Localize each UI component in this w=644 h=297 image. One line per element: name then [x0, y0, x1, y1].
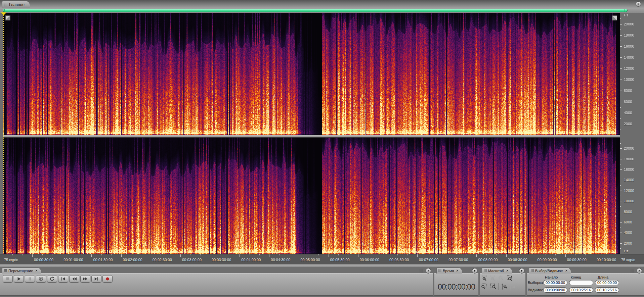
waveform-display[interactable]: [3, 13, 620, 254]
timeline-tick: [447, 254, 447, 257]
frequency-ruler[interactable]: Hz20004000600080001000012000140001600018…: [620, 13, 644, 254]
timeline-tick: [536, 254, 536, 257]
timeline-label: 00:04:30:00: [271, 258, 290, 262]
transport-record-button[interactable]: [102, 275, 113, 283]
timeline-label: 00:09:30:00: [567, 258, 587, 262]
timeline-tick: [180, 254, 181, 257]
panel-menu-button[interactable]: [637, 268, 642, 274]
selection-start-field[interactable]: [543, 280, 567, 285]
transport-fast-forward-button[interactable]: [80, 275, 90, 283]
panel-grip-icon: [531, 269, 534, 272]
scale-handle-icon[interactable]: [5, 15, 10, 20]
frequency-tick: [620, 143, 621, 144]
column-header-length: Длина: [598, 275, 608, 279]
stop-icon: [5, 277, 10, 281]
transport-go-to-end-button[interactable]: [91, 275, 101, 283]
visible-length-field[interactable]: [595, 287, 619, 293]
zoom-selection-right-button[interactable]: [489, 283, 497, 290]
close-icon[interactable]: ×: [506, 269, 508, 273]
close-icon[interactable]: ×: [456, 269, 458, 273]
navigator-bar[interactable]: [3, 9, 628, 12]
frequency-tick: [620, 18, 621, 19]
transport-loop-button[interactable]: [47, 275, 57, 283]
panel-grip-icon: [4, 3, 7, 6]
zoom-in-vertical-button[interactable]: [501, 283, 508, 290]
transport-play-from-cursor-button[interactable]: [36, 275, 46, 283]
spectrogram-channel-right[interactable]: [3, 138, 620, 254]
timeline-label: 00:10:00:00: [597, 258, 616, 262]
selection-view-panel-body: Начало Конец Длина Выборка Видимое: [527, 273, 644, 296]
timeline-tick: [516, 254, 516, 255]
selection-view-panel-tab[interactable]: Выбор/Видимое ×: [529, 267, 571, 274]
timeline-tick: [42, 254, 43, 255]
frequency-tick: [620, 113, 622, 113]
zoom-out-vertical-button[interactable]: [509, 283, 517, 290]
timeline-label: 00:03:00:00: [182, 258, 202, 262]
zoom-selection-left-button[interactable]: [481, 283, 488, 290]
frequency-tick: [620, 164, 621, 164]
tab-main[interactable]: Главное: [2, 1, 30, 8]
frequency-tick: [620, 233, 622, 233]
zoom-panel-tab[interactable]: Масштаб ×: [482, 267, 512, 274]
timeline-tick: [52, 254, 52, 255]
timeline-tick: [12, 254, 13, 255]
panel-menu-button[interactable]: [519, 268, 524, 274]
hz-unit-label: Hz: [624, 249, 628, 253]
visible-start-field[interactable]: [543, 287, 567, 293]
zoom-selection-right-icon: [489, 283, 496, 290]
timeline-tick: [467, 254, 467, 255]
transport-rewind-button[interactable]: [69, 275, 79, 283]
panel-menu-button[interactable]: [426, 268, 431, 274]
frequency-tick: [620, 169, 622, 170]
selection-end-field[interactable]: [569, 280, 593, 285]
panel-menu-button[interactable]: [636, 1, 641, 7]
hz-unit-label: Hz: [624, 13, 628, 17]
timeline-tick: [358, 254, 358, 257]
frequency-tick: [620, 46, 622, 47]
timeline-label: 00:06:00:00: [360, 258, 379, 262]
fast-forward-icon: [83, 277, 88, 281]
selection-length-field[interactable]: [595, 280, 619, 285]
timeline-tick: [200, 254, 201, 255]
frequency-tick: [620, 41, 621, 41]
navigator-row: [0, 8, 644, 13]
transport-play-button[interactable]: [14, 275, 24, 283]
timeline-tick: [546, 254, 546, 255]
timeline-tick: [91, 254, 92, 257]
scale-handle-icon[interactable]: [612, 15, 617, 20]
frequency-label: 16000: [624, 167, 634, 171]
timeline-tick: [496, 254, 497, 255]
loop-icon: [49, 277, 55, 281]
channel-divider[interactable]: [3, 135, 620, 138]
transport-panel-tab[interactable]: Перемещение ×: [2, 267, 41, 274]
timeline-tick: [131, 254, 131, 255]
column-header-start: Начало: [545, 275, 558, 279]
timeline-tick: [605, 254, 605, 255]
timeline-tick: [141, 254, 141, 255]
time-panel-tab[interactable]: Время ×: [436, 267, 462, 274]
visible-end-field[interactable]: [569, 287, 593, 293]
zoom-in-horizontal-button[interactable]: [481, 275, 488, 282]
close-icon[interactable]: ×: [35, 269, 37, 273]
frequency-tick: [620, 243, 622, 244]
transport-pause-button[interactable]: [25, 275, 35, 283]
transport-stop-button[interactable]: [3, 275, 13, 283]
time-display: 00:00:00:00: [435, 282, 478, 292]
playhead-marker-top[interactable]: [1, 12, 6, 15]
close-icon[interactable]: ×: [565, 269, 567, 273]
timeline-tick: [151, 254, 151, 257]
zoom-panel-body: [480, 273, 525, 296]
timeline-tick: [318, 254, 319, 255]
timeline-ruler[interactable]: 75 кдр/с 75 кдр/с 00:00:30:0000:01:00:00…: [0, 254, 644, 264]
time-panel-title: Время: [443, 269, 454, 273]
transport-go-to-start-button[interactable]: [58, 275, 68, 283]
zoom-out-full-button[interactable]: [498, 275, 505, 282]
record-icon: [105, 277, 110, 281]
panel-menu-button[interactable]: [472, 268, 477, 274]
zoom-out-horizontal-button[interactable]: [489, 275, 497, 282]
frequency-tick: [620, 185, 621, 186]
zoom-to-selection-button[interactable]: [506, 275, 513, 282]
main-tab-bar: Главное: [0, 0, 644, 8]
spectrogram-channel-left[interactable]: [3, 13, 620, 135]
frequency-tick: [620, 175, 621, 175]
